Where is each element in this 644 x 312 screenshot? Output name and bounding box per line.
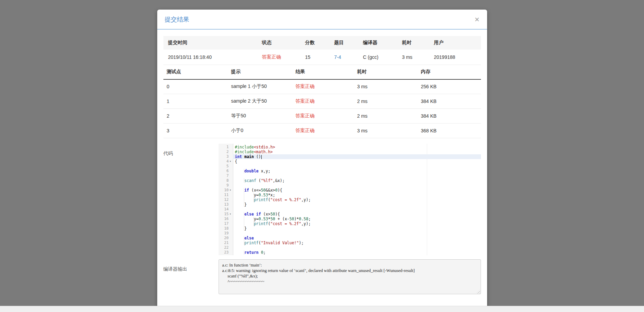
code-token-plain: ,y); — [301, 197, 311, 202]
cell-testcase-id: 0 — [163, 79, 228, 94]
code-token-plain: ( — [259, 240, 261, 245]
code-token-incl: <stdio.h> — [254, 145, 275, 150]
indent-guide — [244, 221, 254, 226]
code-token-kw: if — [244, 188, 249, 193]
code-line-content: y=0.53*x; — [233, 193, 481, 197]
code-line: 2#include<math.h> — [219, 150, 481, 154]
line-number-text: 2 — [226, 150, 229, 154]
line-number-text: 12 — [224, 197, 228, 202]
column-header: 测试点 — [163, 65, 228, 79]
column-header: 耗时 — [397, 36, 429, 50]
line-number-text: 4 — [226, 159, 229, 164]
code-line-content — [233, 164, 481, 169]
code-editor[interactable]: 1#include<stdio.h>2#include<math.h>3int … — [219, 144, 481, 255]
cell-score: 15 — [300, 50, 330, 65]
submission-table: 提交时间状态分数题目编译器耗时用户 2019/10/11 16:18:40答案正… — [163, 36, 481, 65]
cell-result: 答案正确 — [292, 109, 354, 124]
line-number-text: 11 — [224, 193, 228, 197]
code-token-str: "cost = %.2f" — [270, 197, 301, 202]
code-token-plain: *x; — [268, 193, 275, 197]
problem-link[interactable]: 7-4 — [334, 54, 341, 60]
indent-guide — [235, 178, 245, 183]
line-number: 9 — [219, 183, 233, 188]
code-line-content — [233, 183, 481, 188]
cell-duration: 2 ms — [354, 109, 418, 124]
submission-result-modal: 提交结果 × 提交时间状态分数题目编译器耗时用户 2019/10/11 16:1… — [157, 10, 487, 312]
indent-guide — [235, 221, 245, 226]
code-line-content: printf("cost = %.2f",y); — [233, 197, 481, 202]
fold-arrow-icon[interactable]: ▾ — [229, 212, 232, 217]
code-line: 15▾else if (x>50){ — [219, 212, 481, 217]
horizontal-scrollbar[interactable] — [0, 306, 644, 312]
code-line: 22 — [219, 245, 481, 250]
line-number: 23 — [219, 250, 233, 255]
code-line-content — [233, 231, 481, 236]
code-token-plain: ){ — [275, 212, 280, 217]
line-number: 4▾ — [219, 159, 233, 164]
indent-guide — [244, 197, 254, 202]
line-number: 5 — [219, 164, 233, 169]
code-token-builtin: printf — [254, 221, 268, 226]
code-token-str: "Invalid Value!" — [261, 240, 299, 245]
code-line-content — [233, 207, 481, 212]
line-number-text: 17 — [224, 221, 228, 226]
code-token-builtin: printf — [244, 240, 259, 245]
column-header: 编译器 — [358, 36, 397, 50]
close-icon[interactable]: × — [474, 15, 479, 24]
line-number: 10▾ — [219, 188, 233, 193]
code-token-plain: &&x> — [266, 188, 275, 193]
code-line: 18} — [219, 226, 481, 231]
fold-arrow-icon[interactable]: ▾ — [229, 159, 232, 164]
code-line: 13} — [219, 202, 481, 207]
cell-time: 2019/10/11 16:18:40 — [163, 50, 257, 65]
code-line-content: return 0; — [233, 250, 481, 255]
testcase-table: 测试点提示结果耗时内存 0sample 1 小于50答案正确3 ms256 KB… — [163, 65, 481, 139]
code-token-kw: else — [244, 212, 254, 217]
code-line-content: scanf ("%lf",&x); — [233, 178, 481, 183]
modal-title: 提交结果 — [165, 15, 189, 24]
code-token-plain: ); — [299, 240, 304, 245]
code-token-num: 0.58 — [299, 217, 309, 221]
code-token-num: 0 — [261, 250, 263, 255]
code-token-num: 50 — [289, 217, 294, 221]
line-number-text: 10 — [224, 188, 228, 193]
column-header: 分数 — [300, 36, 330, 50]
code-line-content: } — [233, 202, 481, 207]
indent-guide — [235, 202, 245, 207]
code-token-str: "cost = %.2f" — [270, 221, 301, 226]
code-line: 7 — [219, 173, 481, 178]
modal-header: 提交结果 × — [157, 10, 487, 29]
line-number: 1 — [219, 145, 233, 150]
code-token-num: 0.53 — [259, 217, 268, 221]
column-header: 结果 — [292, 65, 354, 79]
column-header: 用户 — [429, 36, 481, 50]
line-number: 17 — [219, 221, 233, 226]
code-token-plain: ( — [256, 178, 261, 183]
code-token-str: "%lf" — [261, 178, 273, 183]
code-section-label: 代码 — [163, 144, 219, 255]
fold-arrow-icon[interactable]: ▾ — [229, 188, 232, 193]
line-number-text: 16 — [224, 217, 228, 221]
cell-testcase-id: 3 — [163, 124, 228, 138]
code-line: 14 — [219, 207, 481, 212]
testcase-row: 1sample 2 大于50答案正确2 ms384 KB — [163, 94, 481, 109]
code-line-content — [233, 173, 481, 178]
code-line-content: { — [233, 159, 481, 164]
status-text: 答案正确 — [262, 54, 281, 60]
modal-body: 提交时间状态分数题目编译器耗时用户 2019/10/11 16:18:40答案正… — [157, 29, 487, 294]
code-token-kw: int — [235, 154, 242, 159]
cell-hint: 等于50 — [228, 109, 292, 124]
line-number: 14 — [219, 207, 233, 212]
code-token-plain: x,y; — [259, 169, 271, 173]
compiler-output-textarea[interactable]: a.c: In function ‘main’: a.c:8:5: warnin… — [219, 259, 481, 294]
testcase-row: 3小于0答案正确3 ms368 KB — [163, 124, 481, 138]
line-number: 18 — [219, 226, 233, 231]
cell-duration: 3 ms — [354, 124, 418, 138]
code-line: 3int main () — [219, 154, 481, 159]
code-token-plain: ; — [263, 250, 266, 255]
code-token-num: 50 — [270, 212, 275, 217]
line-number: 16 — [219, 217, 233, 221]
code-token-plain: (x<= — [249, 188, 261, 193]
line-number: 7 — [219, 173, 233, 178]
code-token-kw: double — [244, 169, 259, 173]
